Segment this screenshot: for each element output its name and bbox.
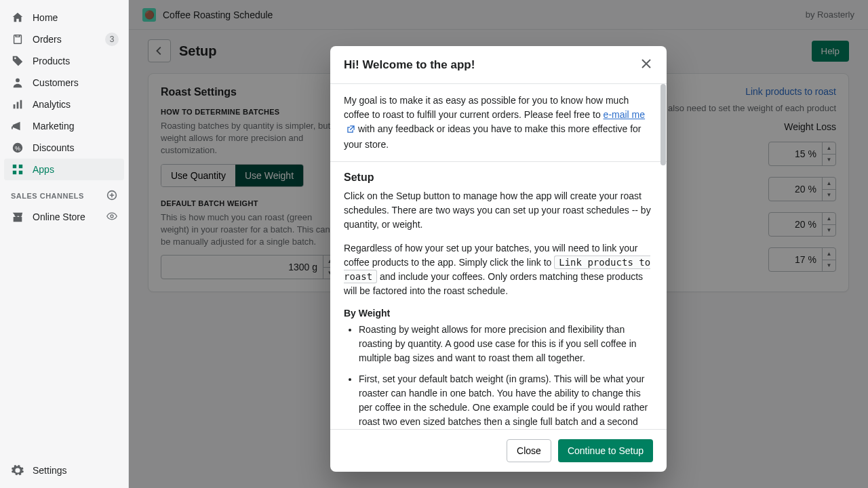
home-icon bbox=[11, 11, 24, 24]
discount-icon: % bbox=[11, 141, 24, 155]
modal-title: Hi! Welcome to the app! bbox=[344, 58, 475, 72]
nav-label: Home bbox=[33, 12, 58, 23]
svg-text:%: % bbox=[15, 145, 20, 152]
nav-label: Marketing bbox=[33, 121, 74, 131]
gear-icon bbox=[11, 464, 24, 477]
add-channel-icon[interactable] bbox=[106, 190, 117, 202]
modal-intro: My goal is to make it as easy as possibl… bbox=[330, 84, 667, 162]
by-weight-heading: By Weight bbox=[344, 308, 653, 319]
orders-badge: 3 bbox=[105, 33, 119, 46]
nav-label: Online Store bbox=[33, 211, 85, 222]
modal-scrollbar[interactable] bbox=[660, 84, 666, 429]
main: 🟤 Coffee Roasting Schedule by Roasterly … bbox=[129, 0, 868, 488]
setup-p1: Click on the Setup button to manage how … bbox=[344, 189, 653, 232]
apps-icon bbox=[11, 163, 24, 176]
nav-online-store[interactable]: Online Store bbox=[4, 206, 124, 228]
close-button[interactable]: Close bbox=[507, 439, 551, 462]
nav-customers[interactable]: Customers bbox=[4, 72, 124, 94]
external-link-icon bbox=[347, 123, 355, 138]
megaphone-icon bbox=[11, 119, 24, 133]
nav-label: Customers bbox=[33, 77, 79, 88]
nav-label: Settings bbox=[33, 465, 67, 476]
continue-button[interactable]: Continue to Setup bbox=[558, 439, 653, 462]
user-icon bbox=[11, 76, 24, 89]
nav-home[interactable]: Home bbox=[4, 7, 124, 28]
sales-channels-header: SALES CHANNELS bbox=[4, 180, 124, 206]
nav-label: Discounts bbox=[33, 142, 74, 153]
analytics-icon bbox=[11, 98, 24, 111]
nav-settings[interactable]: Settings bbox=[4, 460, 124, 481]
svg-point-12 bbox=[111, 215, 113, 218]
nav-label: Orders bbox=[33, 34, 62, 45]
modal-body: Setup Click on the Setup button to manag… bbox=[330, 162, 667, 429]
bw-item: First, set your default batch weight (in… bbox=[359, 372, 653, 429]
store-icon bbox=[11, 210, 24, 224]
welcome-modal: Hi! Welcome to the app! My goal is to ma… bbox=[330, 46, 667, 472]
view-store-icon[interactable] bbox=[106, 211, 117, 224]
nav-analytics[interactable]: Analytics bbox=[4, 94, 124, 115]
tag-icon bbox=[11, 54, 24, 68]
nav-apps[interactable]: Apps bbox=[4, 159, 124, 180]
nav-discounts[interactable]: % Discounts bbox=[4, 137, 124, 159]
svg-rect-4 bbox=[20, 100, 22, 109]
close-icon[interactable] bbox=[639, 57, 653, 73]
nav-label: Apps bbox=[33, 164, 54, 175]
nav-marketing[interactable]: Marketing bbox=[4, 115, 124, 137]
svg-point-1 bbox=[16, 79, 20, 83]
nav-label: Analytics bbox=[33, 99, 71, 110]
svg-rect-9 bbox=[13, 171, 16, 174]
setup-heading: Setup bbox=[344, 171, 653, 184]
nav-products[interactable]: Products bbox=[4, 50, 124, 72]
svg-rect-10 bbox=[19, 171, 22, 174]
svg-rect-0 bbox=[14, 35, 22, 44]
setup-p2: Regardless of how your set up your batch… bbox=[344, 241, 653, 298]
svg-rect-8 bbox=[19, 165, 22, 168]
svg-rect-3 bbox=[17, 102, 19, 108]
orders-icon bbox=[11, 33, 24, 46]
bw-item: Roasting by weight allows for more preci… bbox=[359, 323, 653, 365]
nav-orders[interactable]: Orders 3 bbox=[4, 28, 124, 50]
svg-rect-7 bbox=[13, 165, 16, 168]
svg-rect-2 bbox=[14, 104, 16, 108]
sidebar: Home Orders 3 Products Customers Analyti… bbox=[0, 0, 129, 488]
nav-label: Products bbox=[33, 56, 70, 66]
